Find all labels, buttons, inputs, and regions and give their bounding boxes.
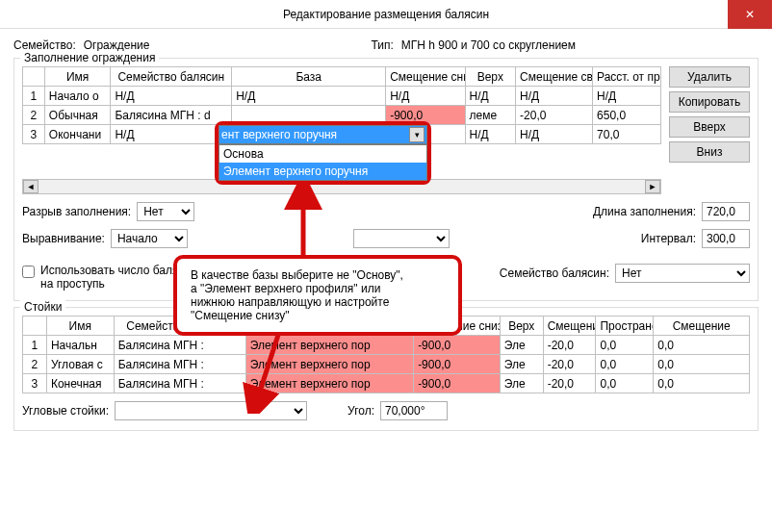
use-count-checkbox[interactable]	[22, 266, 35, 278]
table-row[interactable]: 1 Начало о Н/Д Н/Д Н/Д Н/Д Н/Д Н/Д	[23, 87, 661, 106]
interval-label: Интервал:	[641, 232, 696, 245]
copy-button[interactable]: Копировать	[669, 91, 750, 113]
table-row[interactable]: 3 Конечная Балясина МГН : Элемент верхне…	[23, 374, 750, 393]
window-title: Редактирование размещения балясин	[283, 8, 489, 21]
dropdown-option[interactable]: Основа	[219, 145, 426, 163]
delete-button[interactable]: Удалить	[669, 66, 750, 88]
len-input[interactable]	[702, 202, 750, 221]
scroll-right-icon[interactable]: ►	[645, 180, 660, 193]
down-button[interactable]: Вниз	[669, 141, 750, 163]
annotation-callout: В качестве базы выберите не "Основу", а …	[173, 255, 462, 336]
scroll-left-icon[interactable]: ◄	[23, 180, 39, 193]
table-row[interactable]: 2 Угловая с Балясина МГН : Элемент верхн…	[23, 355, 750, 374]
close-button[interactable]: ✕	[728, 0, 772, 29]
col-offset-bottom: Смещение снизу	[386, 67, 465, 87]
gap-label: Разрыв заполнения:	[22, 205, 131, 218]
len-label: Длина заполнения:	[593, 205, 696, 218]
type-label: Тип:	[371, 38, 393, 52]
col-name: Имя	[44, 67, 111, 87]
col-num	[23, 67, 45, 87]
annotation-arrow-icon	[279, 183, 327, 260]
col-base: База	[232, 67, 386, 87]
col-top: Верх	[465, 67, 516, 87]
extra-select[interactable]	[353, 229, 450, 248]
base-dropdown-open: ент верхнего поручня ▾ Основа Элемент ве…	[215, 121, 431, 185]
titlebar: Редактирование размещения балясин ✕	[0, 0, 772, 29]
family-label: Семейство:	[13, 38, 76, 52]
close-icon: ✕	[745, 8, 755, 21]
dropdown-option[interactable]: Элемент верхнего поручня	[219, 163, 426, 180]
type-value: МГН h 900 и 700 со скруглением	[401, 38, 576, 52]
table-row[interactable]: 1 Начальн Балясина МГН : Элемент верхнег…	[23, 336, 750, 355]
posts-legend: Стойки	[20, 300, 65, 314]
fam-bal-label: Семейство балясин:	[500, 266, 609, 280]
col-family: Семейство балясин	[111, 67, 232, 87]
angle-input[interactable]	[380, 401, 448, 420]
gap-select[interactable]: Нет	[137, 202, 194, 221]
annotation-arrow-icon	[241, 327, 298, 414]
fill-legend: Заполнение ограждения	[20, 51, 159, 64]
angle-label: Угол:	[347, 404, 374, 418]
chevron-down-icon[interactable]: ▾	[409, 127, 425, 142]
col-dist: Расст. от предыдущ	[593, 67, 661, 87]
fam-bal-select[interactable]: Нет	[615, 264, 750, 283]
corner-label: Угловые стойки:	[22, 404, 109, 418]
align-select[interactable]: Начало	[111, 229, 188, 248]
interval-input[interactable]	[702, 229, 750, 248]
base-dropdown-cell[interactable]: ент верхнего поручня ▾	[219, 125, 427, 144]
svg-line-1	[255, 332, 279, 406]
family-value: Ограждение	[84, 38, 150, 52]
align-label: Выравнивание:	[22, 232, 105, 245]
base-dropdown-list: Основа Элемент верхнего поручня	[219, 144, 427, 181]
col-offset-top: Смещение сверху	[516, 67, 593, 87]
up-button[interactable]: Вверх	[669, 116, 750, 138]
